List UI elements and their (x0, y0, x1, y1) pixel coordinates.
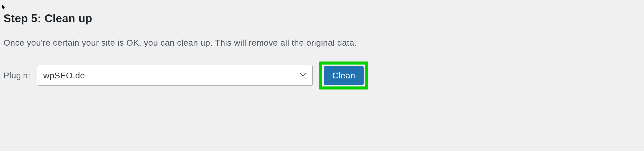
step-description: Once you're certain your site is OK, you… (4, 37, 640, 49)
plugin-label: Plugin: (4, 71, 30, 80)
cursor-icon (2, 5, 6, 10)
plugin-select-wrapper (37, 65, 313, 86)
clean-button[interactable]: Clean (324, 66, 364, 85)
highlight-box: Clean (319, 62, 368, 89)
step-content: Step 5: Clean up Once you're certain you… (0, 0, 644, 95)
form-row: Plugin: Clean (4, 62, 640, 89)
plugin-select[interactable] (37, 65, 313, 86)
step-heading: Step 5: Clean up (4, 12, 640, 25)
